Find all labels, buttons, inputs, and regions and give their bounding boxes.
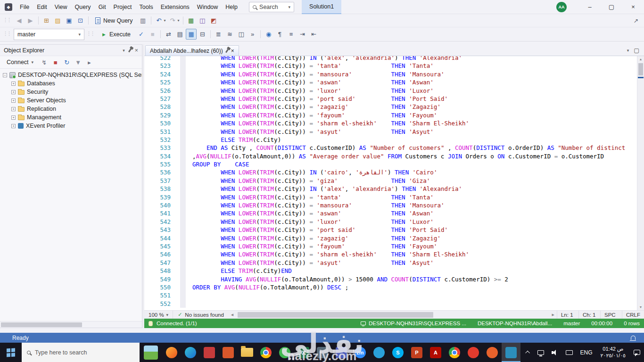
play-icon[interactable]: ▸ [84,57,95,68]
volume-icon[interactable] [548,343,562,362]
forward-button[interactable]: ▶ [25,15,36,26]
profiler-icon[interactable]: ◩ [208,15,219,26]
scrollbar-thumb[interactable] [238,312,433,318]
titlebar-search[interactable]: Search ▾ [249,2,294,12]
code-line-536[interactable]: 536 WHEN LOWER(TRIM(c.City)) IN ('cairo'… [144,168,637,176]
tree-item-databases[interactable]: +Databases [0,79,142,88]
excel-icon[interactable]: X [294,343,313,362]
activity-monitor-icon[interactable]: ▦ [186,15,197,26]
menu-query[interactable]: Query [71,0,95,14]
horizontal-scrollbar[interactable]: ◀ ▶ [230,311,556,319]
space-mode-indicator[interactable]: SPC [600,311,622,319]
close-panel-icon[interactable]: × [135,47,138,54]
action-center-icon[interactable] [630,343,644,362]
brave-icon[interactable] [483,343,502,362]
oe-horizontal-scrollbar[interactable] [0,321,142,328]
redo-icon-dropdown[interactable]: ▾ [178,18,180,23]
vertical-scrollbar[interactable]: ▲ ▼ [637,56,644,310]
tree-item-replication[interactable]: +Replication [0,105,142,113]
opera-icon[interactable] [464,343,483,362]
code-line-551[interactable]: 551 [144,291,637,299]
code-line-543[interactable]: 543 WHEN LOWER(TRIM(c.City)) = 'port sai… [144,226,637,234]
start-button[interactable] [0,343,22,362]
code-line-530[interactable]: 530 WHEN LOWER(TRIM(c.City)) = 'sharm el… [144,119,637,127]
tree-item-desktop-nqhn31r-sqlexpress-sql-server-1[interactable]: −DESKTOP-NQHN31R\SQLEXPRESS (SQL Server … [0,71,142,79]
change-connection-icon[interactable]: ⇄ [163,29,174,40]
code-line-531[interactable]: 531 WHEN LOWER(TRIM(c.City)) = 'asyut' T… [144,128,637,136]
maximize-button[interactable]: ▢ [601,0,622,14]
scroll-up-arrow[interactable]: ▲ [637,56,644,62]
code-line-544[interactable]: 544 WHEN LOWER(TRIM(c.City)) = 'zagazig'… [144,234,637,242]
cancel-query-icon[interactable]: ■ [147,29,158,40]
menu-git[interactable]: Git [95,0,110,14]
close-button[interactable]: × [622,0,644,14]
code-line-525[interactable]: 525 WHEN LOWER(TRIM(c.City)) = 'aswan' T… [144,78,637,86]
menu-edit[interactable]: Edit [33,0,51,14]
code-line-539[interactable]: 539 WHEN LOWER(TRIM(c.City)) = 'tanta' T… [144,193,637,201]
code-line-537[interactable]: 537 WHEN LOWER(TRIM(c.City)) = 'giza' TH… [144,177,637,185]
refresh-icon[interactable]: ↻ [61,57,72,68]
code-line-546[interactable]: 546 WHEN LOWER(TRIM(c.City)) = 'sharm el… [144,250,637,258]
code-viewport[interactable]: 522 WHEN LOWER(TRIM(c.City)) IN ('alex',… [144,56,637,310]
teams-icon[interactable] [332,343,351,362]
office-icon[interactable] [219,343,238,362]
comment-icon[interactable]: ≡ [286,29,297,40]
tree-item-management[interactable]: +Management [0,113,142,122]
vscode-icon[interactable] [502,343,520,362]
expander-icon[interactable]: − [3,73,7,77]
new-notebook-icon[interactable]: ▥ [138,15,149,26]
telegram-icon[interactable] [370,343,388,362]
menu-tools[interactable]: Tools [136,0,157,14]
filter-icon[interactable]: ▼ [73,57,83,68]
new-query-button[interactable]: New Query [91,15,137,26]
disconnect-icon[interactable]: ↯ [39,57,50,68]
menu-file[interactable]: File [16,0,33,14]
minimize-button[interactable]: – [579,0,601,14]
toolbar-grip-2[interactable]: ⋮⋮ [2,31,13,38]
network-icon[interactable] [534,343,548,362]
hidden-icons-chevron[interactable] [523,343,534,362]
taskbar-search-input[interactable]: Type here to search [22,343,140,362]
available-databases-combobox[interactable]: master ▾ [14,29,84,40]
scrollbar-thumb[interactable] [1,322,82,327]
code-line-532[interactable]: 532 ELSE TRIM(c.City) [144,136,637,144]
results-to-file-icon[interactable]: ⊟ [197,29,208,40]
notifications-bell-icon[interactable] [631,336,636,340]
scrollbar-thumb[interactable] [638,63,643,75]
sqlcmd-mode-icon[interactable]: » [247,29,258,40]
results-to-grid-icon[interactable]: ▦ [186,29,197,40]
pin-icon[interactable] [225,49,229,52]
file-explorer-icon[interactable] [238,343,256,362]
indent-icon[interactable]: ⇥ [297,29,308,40]
scroll-down-arrow[interactable]: ▼ [637,304,644,310]
new-project-icon[interactable]: ⊞ [41,15,52,26]
code-line-549[interactable]: 549 HAVING AVG(NULLIF(o.TotalAmount,0)) … [144,275,637,283]
menu-window[interactable]: Window [193,0,222,14]
code-line-535[interactable]: 535GROUP BY CASE [144,160,637,168]
expander-icon[interactable]: + [11,90,16,94]
chrome-icon[interactable] [256,343,275,362]
menu-help[interactable]: Help [222,0,241,14]
save-all-icon[interactable]: ⊡ [75,15,86,26]
expander-icon[interactable]: + [11,99,16,103]
live-stats-icon[interactable]: ≋ [224,29,235,40]
expander-icon[interactable]: + [11,115,16,120]
outdent-icon[interactable]: ⇤ [308,29,319,40]
back-button[interactable]: ◀ [14,15,25,26]
code-line-547[interactable]: 547 WHEN LOWER(TRIM(c.City)) = 'asyut' T… [144,259,637,267]
solution-tab[interactable]: Solution1 [302,0,341,14]
stop-icon[interactable]: ■ [50,57,61,68]
code-line-542[interactable]: 542 WHEN LOWER(TRIM(c.City)) = 'luxor' T… [144,218,637,226]
tab-list-dropdown-icon[interactable]: ▾ [627,48,629,53]
touch-keyboard-icon[interactable] [562,343,577,362]
tree-item-xevent-profiler[interactable]: +XEvent Profiler [0,122,142,130]
issues-indicator[interactable]: ✓ No issues found [173,312,229,318]
code-line-552[interactable]: 552 [144,300,637,308]
acrobat-icon[interactable]: A [426,343,445,362]
save-icon[interactable]: ▣ [64,15,74,26]
code-line-526[interactable]: 526 WHEN LOWER(TRIM(c.City)) = 'luxor' T… [144,87,637,95]
open-file-icon[interactable]: ▨ [52,15,63,26]
scroll-left-arrow[interactable]: ◀ [230,313,235,317]
powerpoint-icon[interactable]: P [407,343,426,362]
user-avatar[interactable]: AA [556,2,567,12]
